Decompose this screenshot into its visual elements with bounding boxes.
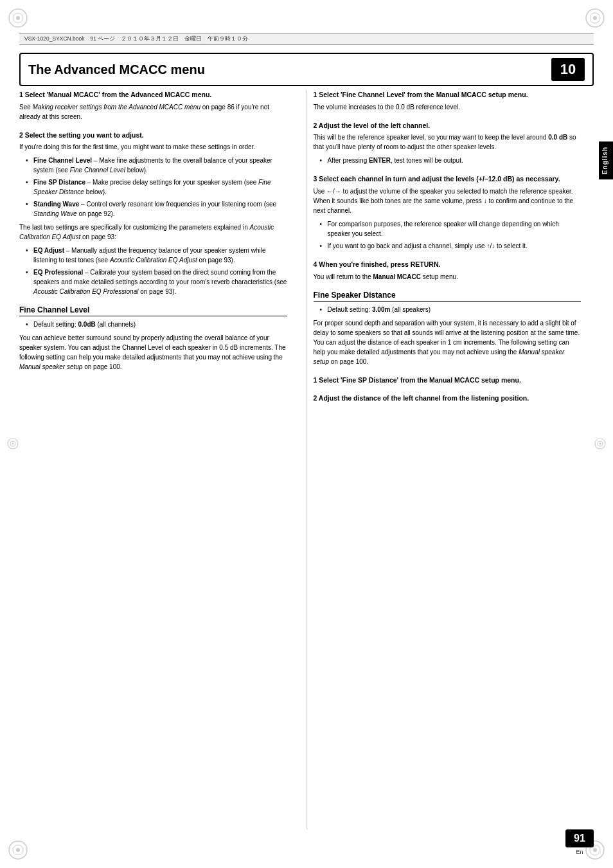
r-step4-section: 4 When you're finished, press RETURN. Yo… xyxy=(314,260,582,282)
r-step3-section: 3 Select each channel in turn and adjust… xyxy=(314,174,582,251)
page-title: The Advanced MCACC menu xyxy=(28,62,544,77)
corner-decoration-tr xyxy=(583,6,607,30)
r-step1-heading: 1 Select 'Fine Channel Level' from the M… xyxy=(314,90,582,100)
fine-channel-level-title: Fine Channel Level xyxy=(19,305,287,316)
bullet-standing-wave: Standing Wave – Control overly resonant … xyxy=(26,199,287,219)
r-step2-bullets: After pressing ENTER, test tones will be… xyxy=(320,156,582,165)
r-step2-bullet1: After pressing ENTER, test tones will be… xyxy=(320,156,582,165)
right-column: 1 Select 'Fine Channel Level' from the M… xyxy=(306,90,582,829)
left-mid-circle xyxy=(6,437,19,450)
fine-sp-step1-heading: 1 Select 'Fine SP Distance' from the Man… xyxy=(314,375,582,385)
svg-point-2 xyxy=(16,16,20,20)
r-step3-bullet1: For comparison purposes, the reference s… xyxy=(320,219,582,239)
svg-point-8 xyxy=(16,848,20,852)
last-two-bullets: EQ Adjust – Manually adjust the frequenc… xyxy=(26,246,287,296)
r-step1-text: The volume increases to the 0.0 dB refer… xyxy=(314,102,582,112)
step1-section: 1 Select 'Manual MCACC' from the Advance… xyxy=(19,90,287,122)
r-step2-text: This will be the reference speaker level… xyxy=(314,132,582,152)
r-step3-bullets: For comparison purposes, the reference s… xyxy=(320,219,582,251)
step2-heading: 2 Select the setting you want to adjust. xyxy=(19,131,287,140)
english-tab: English xyxy=(599,141,613,179)
fine-channel-level-text: You can achieve better surround sound by… xyxy=(19,333,287,372)
fine-sp-step2-heading: 2 Adjust the distance of the left channe… xyxy=(314,393,582,403)
fine-channel-level-section: Fine Channel Level Default setting: 0.0d… xyxy=(19,305,287,372)
r-step1-section: 1 Select 'Fine Channel Level' from the M… xyxy=(314,90,582,112)
fine-speaker-distance-default-list: Default setting: 3.00m (all speakers) xyxy=(320,305,582,314)
page-en: En xyxy=(576,849,583,855)
chapter-badge: 10 xyxy=(551,58,585,81)
step1-text: See Making receiver settings from the Ad… xyxy=(19,102,287,122)
r-step3-bullet2: If you want to go back and adjust a chan… xyxy=(320,241,582,251)
bullet-eq-professional: EQ Professional – Calibrate your system … xyxy=(26,267,287,296)
corner-decoration-tl xyxy=(6,6,30,30)
svg-point-17 xyxy=(600,443,601,445)
content-area: 1 Select 'Manual MCACC' from the Advance… xyxy=(19,90,581,829)
step1-heading: 1 Select 'Manual MCACC' from the Advance… xyxy=(19,90,287,100)
r-step4-heading: 4 When you're finished, press RETURN. xyxy=(314,260,582,269)
step2-bullets: Fine Channel Level – Make fine adjustmen… xyxy=(26,156,287,219)
fine-sp-step2-section: 2 Adjust the distance of the left channe… xyxy=(314,393,582,403)
page-number-area: 91 En xyxy=(565,829,594,855)
fine-channel-level-default: Default setting: 0.0dB (all channels) xyxy=(26,320,287,329)
page-container: VSX-1020_SYXCN.book 91 ページ ２０１０年３月１２日 金曜… xyxy=(0,0,613,868)
svg-point-5 xyxy=(593,16,597,20)
bullet-fine-sp-distance: Fine SP Distance – Make precise delay se… xyxy=(26,177,287,197)
r-step3-text: Use ←/→ to adjust the volume of the spea… xyxy=(314,186,582,215)
r-step2-section: 2 Adjust the level of the left channel. … xyxy=(314,121,582,166)
r-step3-heading: 3 Select each channel in turn and adjust… xyxy=(314,174,582,184)
last-two-text: The last two settings are specifically f… xyxy=(19,222,287,242)
header-bar: VSX-1020_SYXCN.book 91 ページ ２０１０年３月１２日 金曜… xyxy=(19,33,594,45)
corner-decoration-bl xyxy=(6,838,30,862)
r-step2-heading: 2 Adjust the level of the left channel. xyxy=(314,121,582,131)
header-text: VSX-1020_SYXCN.book 91 ページ ２０１０年３月１２日 金曜… xyxy=(24,35,248,43)
right-mid-circle xyxy=(594,437,607,450)
bullet-fine-channel: Fine Channel Level – Make fine adjustmen… xyxy=(26,156,287,175)
page-number: 91 xyxy=(565,829,594,847)
r-step4-text: You will return to the Manual MCACC setu… xyxy=(314,272,582,282)
bullet-eq-adjust: EQ Adjust – Manually adjust the frequenc… xyxy=(26,246,287,265)
step2-text: If you're doing this for the first time,… xyxy=(19,142,287,152)
fine-channel-level-default-list: Default setting: 0.0dB (all channels) xyxy=(26,320,287,329)
fine-speaker-distance-title: Fine Speaker Distance xyxy=(314,291,582,302)
left-column: 1 Select 'Manual MCACC' from the Advance… xyxy=(19,90,294,829)
fine-speaker-distance-section: Fine Speaker Distance Default setting: 3… xyxy=(314,291,582,366)
fine-sp-step1-section: 1 Select 'Fine SP Distance' from the Man… xyxy=(314,375,582,385)
title-section: The Advanced MCACC menu 10 xyxy=(19,53,594,86)
step2-section: 2 Select the setting you want to adjust.… xyxy=(19,131,287,297)
fine-speaker-distance-text: For proper sound depth and separation wi… xyxy=(314,318,582,366)
fine-speaker-distance-default: Default setting: 3.00m (all speakers) xyxy=(320,305,582,314)
svg-point-14 xyxy=(12,443,14,445)
